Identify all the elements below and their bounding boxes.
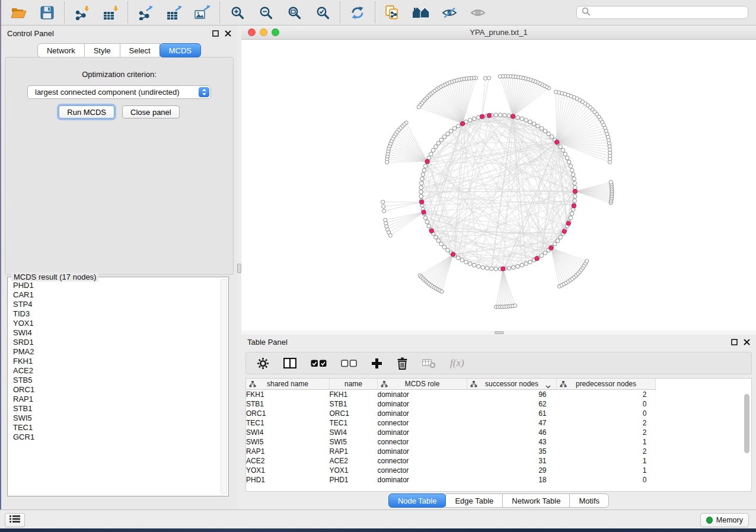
mcds-list-scrollbar[interactable] [221, 279, 227, 494]
mcds-result-item[interactable]: STB5 [8, 376, 221, 385]
cell-name: FKH1 [330, 390, 378, 400]
mcds-result-item[interactable]: STB1 [8, 404, 221, 414]
desktop-background-bottom [0, 528, 756, 532]
column-header-2[interactable]: MCDS role [378, 379, 467, 390]
tab-motifs[interactable]: Motifs [569, 493, 609, 508]
toggle-style-visibility-button[interactable] [441, 4, 458, 21]
column-header-1[interactable]: name [330, 379, 378, 390]
close-window-button[interactable] [248, 28, 256, 36]
mcds-result-item[interactable]: TEC1 [8, 423, 221, 432]
vertical-splitter-grip[interactable] [237, 264, 241, 273]
table-row[interactable]: ACE2ACE2connector311 [246, 456, 656, 466]
cell-predecessor-nodes: 0 [557, 399, 656, 409]
save-session-button[interactable] [38, 4, 56, 21]
memory-button[interactable]: Memory [700, 513, 749, 527]
float-panel-icon[interactable] [212, 30, 219, 37]
column-visibility-button[interactable] [283, 358, 296, 368]
cell-successor-nodes: 47 [467, 418, 557, 428]
table-row[interactable]: SWI5SWI5connector431 [246, 437, 656, 447]
select-all-button[interactable] [311, 360, 327, 367]
cell-successor-nodes: 46 [467, 428, 557, 437]
network-canvas[interactable] [241, 40, 756, 331]
network-graph[interactable] [241, 40, 756, 331]
tab-select[interactable]: Select [120, 43, 160, 57]
horizontal-splitter-grip[interactable] [495, 331, 504, 334]
clone-network-button[interactable] [384, 4, 401, 21]
mcds-result-item[interactable]: SWI5 [8, 414, 221, 423]
cell-shared-name: SWI4 [246, 428, 330, 437]
tab-edge-table[interactable]: Edge Table [445, 493, 503, 508]
column-header-0[interactable]: shared name [246, 379, 330, 390]
import-network-button[interactable] [73, 4, 91, 21]
table-row[interactable]: YOX1YOX1connector291 [246, 466, 656, 475]
close-table-panel-icon[interactable] [744, 339, 750, 345]
preview-disabled-button[interactable] [469, 4, 487, 21]
memory-label: Memory [716, 516, 743, 524]
column-header-3[interactable]: successor nodes [467, 379, 557, 390]
mcds-result-item[interactable]: CAR1 [8, 290, 221, 300]
table-row[interactable]: TEC1TEC1connector472 [246, 418, 656, 428]
add-column-button[interactable] [371, 358, 382, 369]
vertical-splitter[interactable] [237, 25, 241, 509]
fit-content-button[interactable] [285, 4, 303, 21]
tab-style[interactable]: Style [84, 43, 120, 57]
mcds-result-item[interactable]: FKH1 [8, 357, 221, 366]
mcds-result-item[interactable]: ACE2 [8, 366, 221, 376]
horizontal-splitter[interactable] [241, 331, 756, 335]
tab-network-table[interactable]: Network Table [502, 493, 570, 508]
import-table-button[interactable] [101, 4, 119, 21]
table-row[interactable]: STB1STB1dominator620 [246, 399, 656, 409]
mcds-result-list: PHD1CAR1STP4TID3YOX1SWI4SRD1PMA2FKH1ACE2… [8, 281, 221, 495]
export-network-button[interactable] [136, 4, 154, 21]
tab-mcds[interactable]: MCDS [160, 43, 201, 57]
tab-node-table[interactable]: Node Table [388, 493, 446, 508]
mcds-result-item[interactable]: STP4 [8, 300, 221, 309]
optimization-criterion-label: Optimization criterion: [5, 70, 233, 79]
tab-network[interactable]: Network [37, 43, 85, 57]
mcds-result-item[interactable]: SRD1 [8, 338, 221, 347]
cell-predecessor-nodes: 2 [557, 418, 656, 428]
zoom-window-button[interactable] [272, 28, 279, 36]
minimize-window-button[interactable] [260, 28, 267, 36]
column-header-4[interactable]: predecessor nodes [557, 379, 656, 390]
cell-name: SWI5 [330, 437, 378, 447]
cell-name: TEC1 [330, 418, 378, 428]
mcds-result-item[interactable]: YOX1 [8, 319, 221, 328]
close-panel-button[interactable]: Close panel [122, 105, 180, 118]
zoom-out-button[interactable] [257, 4, 275, 21]
deselect-all-button[interactable] [341, 360, 357, 367]
optimization-criterion-select[interactable]: largest connected component (undirected) [27, 85, 211, 99]
open-session-button[interactable] [9, 4, 27, 21]
zoom-selected-button[interactable] [314, 4, 331, 21]
network-overview-button[interactable] [412, 4, 430, 21]
sort-desc-icon [546, 382, 551, 390]
search-box[interactable] [576, 6, 748, 19]
cell-shared-name: ORC1 [246, 409, 330, 418]
mcds-result-item[interactable]: SWI4 [8, 328, 221, 338]
mcds-result-item[interactable]: GCR1 [8, 432, 221, 442]
refresh-network-button[interactable] [349, 4, 366, 21]
task-history-button[interactable] [5, 513, 25, 527]
close-panel-icon[interactable] [225, 30, 231, 37]
cell-MCDS-role: dominator [378, 409, 467, 418]
table-row[interactable]: PHD1PHD1dominator180 [246, 475, 656, 485]
search-input[interactable] [594, 8, 743, 17]
delete-column-button[interactable] [397, 357, 408, 370]
run-mcds-button[interactable]: Run MCDS [59, 105, 114, 118]
cell-MCDS-role: dominator [378, 447, 467, 456]
mcds-result-item[interactable]: PHD1 [8, 281, 221, 290]
mcds-result-item[interactable]: ORC1 [8, 385, 221, 395]
zoom-in-button[interactable] [228, 4, 246, 21]
export-table-button[interactable] [165, 4, 183, 21]
float-table-panel-icon[interactable] [731, 339, 738, 345]
table-row[interactable]: SWI4SWI4dominator462 [246, 428, 656, 437]
table-row[interactable]: RAP1RAP1dominator352 [246, 447, 656, 456]
table-scrollbar-thumb[interactable] [744, 394, 749, 453]
table-row[interactable]: FKH1FKH1dominator962 [246, 390, 656, 400]
mcds-result-item[interactable]: PMA2 [8, 347, 221, 357]
table-row[interactable]: ORC1ORC1dominator610 [246, 409, 656, 418]
mcds-result-item[interactable]: RAP1 [8, 395, 221, 404]
mcds-result-item[interactable]: TID3 [8, 309, 221, 319]
table-settings-button[interactable] [257, 357, 269, 370]
export-image-button[interactable] [193, 4, 211, 21]
